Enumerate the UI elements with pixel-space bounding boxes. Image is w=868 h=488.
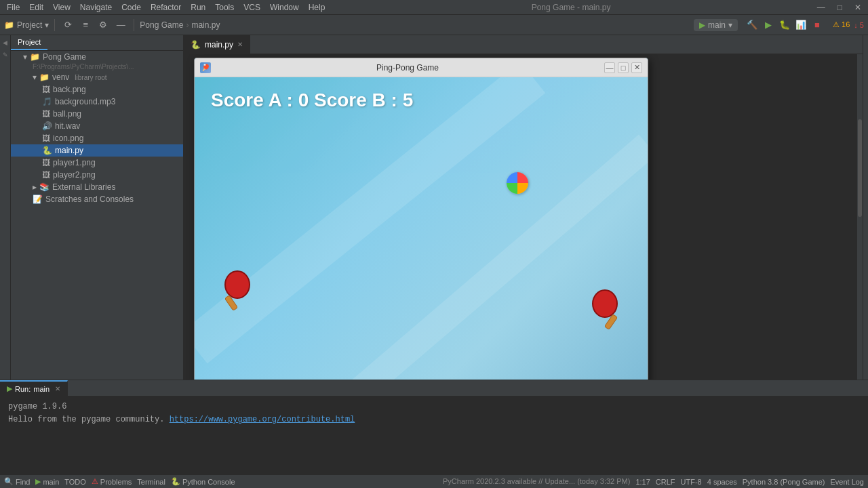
terminal-status[interactable]: Terminal [137, 477, 165, 486]
collapse-btn[interactable]: — [113, 18, 128, 33]
run-tab-close[interactable]: ✕ [55, 385, 60, 392]
line-separator[interactable]: CRLF [656, 478, 675, 486]
run-config-icon: ▶ [699, 20, 705, 30]
python-console-label: Python Console [182, 478, 235, 486]
run-configuration[interactable]: ▶ main ▾ [694, 19, 738, 31]
menu-edit[interactable]: Edit [25, 1, 47, 14]
indent-text: 4 spaces [707, 478, 737, 486]
settings-btn[interactable]: ⚙ [96, 18, 111, 33]
run-btn[interactable]: ▶ [761, 18, 776, 33]
compact-btn[interactable]: ≡ [78, 18, 93, 33]
editor-tab-main[interactable]: 🐍 main.py ✕ [184, 35, 250, 54]
project-selector[interactable]: 📁 Project ▾ [4, 20, 49, 30]
menu-file[interactable]: File [3, 1, 24, 14]
menu-help[interactable]: Help [304, 1, 330, 14]
menu-vcs[interactable]: VCS [239, 1, 264, 14]
venv-folder-icon: 📁 [39, 73, 50, 82]
sidebar-file-player2[interactable]: 🖼 player2.png [11, 169, 183, 181]
file-icon: 🖼 [42, 109, 50, 119]
scratches-icon: 📝 [33, 195, 43, 204]
menu-code[interactable]: Code [117, 1, 145, 14]
encoding[interactable]: UTF-8 [681, 478, 702, 486]
tab-icon: 🐍 [191, 40, 201, 49]
app-window: File Edit View Navigate Code Refactor Ru… [0, 0, 868, 488]
update-text: PyCharm 2020.2.3 available // Update... … [443, 477, 630, 486]
scratches-label: Scratches and Consoles [45, 195, 134, 204]
console-output: pygame 1.9.6 Hello from the pygame commu… [0, 396, 868, 474]
left-tool-1[interactable]: ◀ [1, 38, 10, 47]
event-log-text: Event Log [830, 478, 864, 486]
sidebar-item-root[interactable]: ▾ 📁 Pong Game [11, 51, 183, 63]
sidebar-file-player1[interactable]: 🖼 player1.png [11, 157, 183, 169]
game-minimize-btn[interactable]: — [604, 62, 615, 73]
project-root-label: Pong Game [43, 52, 86, 62]
breadcrumb-pong[interactable]: Pong Game [140, 20, 183, 30]
menu-run[interactable]: Run [186, 1, 210, 14]
score-display: Score A : 0 Score B : 5 [211, 89, 413, 111]
warnings-count[interactable]: ⚠ 16 [833, 20, 850, 29]
sidebar-item-venv[interactable]: ▾ 📁 venv library root [11, 71, 183, 83]
breadcrumb-sep: › [186, 20, 189, 30]
status-right: 1:17 CRLF UTF-8 4 spaces Python 3.8 (Pon… [635, 478, 864, 486]
todo-status[interactable]: TODO [64, 477, 86, 486]
file-icon: 🖼 [42, 158, 50, 167]
project-label-text: Project [17, 20, 42, 30]
run-icon: ▶ [7, 384, 12, 393]
scrollbar-thumb[interactable] [858, 119, 862, 217]
sidebar-tab-project[interactable]: Project [11, 35, 47, 50]
left-tool-2[interactable]: ✎ [1, 50, 10, 60]
sidebar: Project ▾ 📁 Pong Game F:\Programs\PyChar… [11, 35, 184, 380]
python-console-status[interactable]: 🐍 Python Console [171, 477, 235, 486]
run-tab[interactable]: ▶ Run: main ✕ [0, 380, 68, 396]
menu-tools[interactable]: Tools [211, 1, 238, 14]
content-row: ◀ ✎ Project ▾ 📁 Pong Game F:\Programs\Py… [0, 35, 868, 380]
cursor-position[interactable]: 1:17 [635, 478, 650, 486]
find-status[interactable]: 🔍 Find [4, 477, 30, 486]
window-maximize[interactable]: □ [833, 1, 846, 14]
sidebar-file-ball[interactable]: 🖼 ball.png [11, 108, 183, 120]
python-version-text: Python 3.8 (Pong Game) [743, 478, 825, 486]
menu-refactor[interactable]: Refactor [146, 1, 185, 14]
sidebar-file-back[interactable]: 🖼 back.png [11, 83, 183, 96]
breadcrumb-file[interactable]: main.py [191, 20, 220, 30]
stop-btn[interactable]: ■ [810, 18, 825, 33]
editor-scrollbar[interactable] [857, 54, 863, 380]
window-close[interactable]: ✕ [850, 1, 865, 14]
game-window-title: Ping-Pong Game [216, 63, 599, 73]
menu-window[interactable]: Window [266, 1, 303, 14]
event-log[interactable]: Event Log [830, 478, 864, 486]
file-label: main.py [55, 146, 83, 155]
sidebar-file-background[interactable]: 🎵 background.mp3 [11, 96, 183, 108]
tab-close[interactable]: ✕ [237, 41, 243, 48]
sidebar-scratches[interactable]: 📝 Scratches and Consoles [11, 193, 183, 205]
python-version[interactable]: Python 3.8 (Pong Game) [743, 478, 825, 486]
errors-count[interactable]: ↓ 5 [854, 21, 864, 29]
console-link[interactable]: https://www.pygame.org/contribute.html [170, 415, 355, 424]
game-canvas: Score A : 0 Score B : 5 [195, 77, 648, 380]
run-status[interactable]: ▶ main [35, 477, 59, 486]
game-maximize-btn[interactable]: □ [618, 62, 629, 73]
game-window[interactable]: 🏓 Ping-Pong Game — □ ✕ [194, 58, 648, 380]
project-path: F:\Programs\PyCharm\Projects\... [11, 63, 183, 71]
file-icon: 🐍 [42, 146, 52, 155]
menu-view[interactable]: View [49, 1, 75, 14]
coverage-btn[interactable]: 📊 [793, 18, 808, 33]
sidebar-external-libs[interactable]: ▸ 📚 External Libraries [11, 181, 183, 193]
sidebar-file-hit[interactable]: 🔊 hit.wav [11, 120, 183, 132]
run-config-dropdown: ▾ [728, 20, 732, 30]
file-icon: 🖼 [42, 85, 50, 94]
expand-icon: ▾ [23, 52, 27, 62]
menu-navigate[interactable]: Navigate [76, 1, 116, 14]
separator2 [134, 19, 134, 31]
debug-btn[interactable]: 🐛 [777, 18, 792, 33]
indent[interactable]: 4 spaces [707, 478, 737, 486]
sidebar-file-icon[interactable]: 🖼 icon.png [11, 132, 183, 144]
sidebar-file-main[interactable]: 🐍 main.py [11, 144, 183, 157]
problems-status[interactable]: ⚠ Problems [92, 477, 132, 486]
game-close-btn[interactable]: ✕ [631, 62, 642, 73]
build-btn[interactable]: 🔨 [745, 18, 760, 33]
window-minimize[interactable]: — [813, 1, 829, 14]
python-console-icon: 🐍 [171, 477, 180, 486]
sync-btn[interactable]: ⟳ [60, 18, 75, 33]
expand-icon-venv: ▾ [33, 73, 37, 82]
